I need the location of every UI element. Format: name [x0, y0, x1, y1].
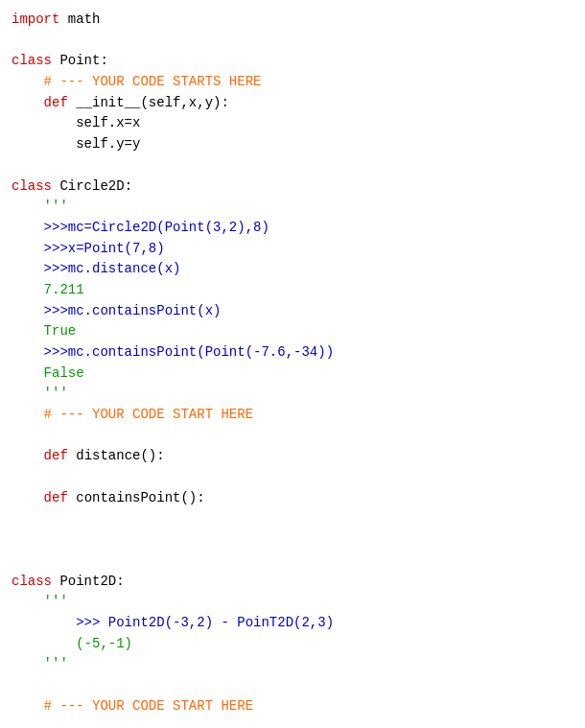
- line-28: class Point2D:: [12, 572, 573, 593]
- line-32: ''': [12, 654, 573, 675]
- code-editor[interactable]: import math class Point: # --- YOUR CODE…: [0, 0, 585, 728]
- line-6: self.x=x: [12, 113, 573, 134]
- line-blank-2: [12, 155, 573, 176]
- line-13: >>>mc.distance(x): [12, 259, 573, 280]
- line-9: class Circle2D:: [12, 176, 573, 198]
- line-blank-3: [12, 426, 573, 447]
- line-3: class Point:: [12, 51, 573, 72]
- line-1: import math: [12, 10, 573, 31]
- line-19: ''': [12, 384, 573, 405]
- line-24: def containsPoint():: [12, 488, 573, 509]
- line-34: # --- YOUR CODE START HERE: [12, 696, 573, 717]
- line-4: # --- YOUR CODE STARTS HERE: [12, 72, 573, 93]
- line-16: True: [12, 321, 573, 342]
- line-11: >>>mc=Circle2D(Point(3,2),8): [12, 218, 573, 239]
- line-15: >>>mc.containsPoint(x): [12, 301, 573, 322]
- line-blank-7: [12, 551, 573, 572]
- line-blank-8: [12, 675, 573, 696]
- line-blank-4: [12, 467, 573, 488]
- line-14: 7.211: [12, 280, 573, 301]
- line-17: >>>mc.containsPoint(Point(-7.6,-34)): [12, 342, 573, 364]
- line-10: ''': [12, 197, 573, 218]
- line-5: def __init__(self,x,y):: [12, 93, 573, 114]
- line-blank-1: [12, 31, 573, 52]
- line-30: >>> Point2D(-3,2) - PoinT2D(2,3): [12, 613, 573, 634]
- line-blank-5: [12, 509, 573, 530]
- line-20: # --- YOUR CODE START HERE: [12, 405, 573, 426]
- line-31: (-5,-1): [12, 634, 573, 655]
- line-12: >>>x=Point(7,8): [12, 239, 573, 260]
- line-7: self.y=y: [12, 134, 573, 155]
- line-22: def distance():: [12, 446, 573, 467]
- line-29: ''': [12, 592, 573, 613]
- line-18: False: [12, 364, 573, 385]
- line-blank-6: [12, 529, 573, 551]
